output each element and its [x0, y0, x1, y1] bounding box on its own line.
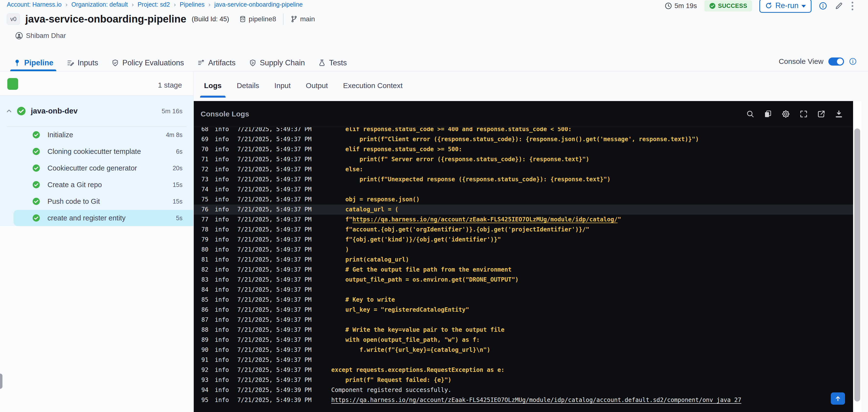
branch-meta[interactable]: main	[290, 15, 315, 23]
log-link[interactable]: https://qa.harness.io/ng/account/zEaak-F…	[352, 216, 618, 223]
avatar	[15, 32, 23, 40]
fullscreen-icon[interactable]	[799, 109, 808, 119]
log-level: info	[215, 285, 229, 295]
tab-execution-context[interactable]: Execution Context	[343, 82, 402, 98]
rerun-button[interactable]: Re-run	[760, 0, 811, 13]
scrollbar-thumb[interactable]	[854, 128, 860, 402]
console-view-toggle[interactable]	[828, 58, 844, 66]
log-line: 91info7/21/2025, 5:49:37 PM	[194, 355, 853, 365]
log-viewport[interactable]: 68info7/21/2025, 5:49:37 PM elif respons…	[194, 127, 853, 412]
tab-output[interactable]: Output	[306, 82, 328, 98]
log-line-number: 75	[194, 194, 209, 204]
shield-check-icon	[111, 59, 119, 67]
chevron-down-icon[interactable]	[802, 5, 806, 8]
log-level: info	[215, 335, 229, 345]
breadcrumb-pipelines[interactable]: Pipelines	[180, 1, 204, 8]
console-view-control: Console View	[779, 57, 857, 66]
log-timestamp: 7/21/2025, 5:49:37 PM	[237, 127, 314, 134]
step-row[interactable]: Initialize4m 8s	[0, 126, 193, 143]
tab-logs[interactable]: Logs	[204, 82, 222, 98]
log-line-number: 71	[194, 154, 209, 164]
console-logs-title: Console Logs	[200, 110, 249, 118]
step-duration: 20s	[173, 165, 183, 172]
step-row[interactable]: Create a Git repo15s	[0, 177, 193, 193]
search-icon[interactable]	[746, 109, 755, 119]
step-row[interactable]: Push code to Git15s	[0, 193, 193, 210]
log-line-number: 84	[194, 285, 209, 295]
log-line: 87info7/21/2025, 5:49:37 PM	[194, 315, 853, 325]
tab-pipeline[interactable]: Pipeline	[13, 54, 53, 71]
step-row[interactable]: create and register entity5s	[0, 210, 193, 226]
log-line: 75info7/21/2025, 5:49:37 PM obj = respon…	[194, 194, 853, 204]
panel-resize-handle[interactable]	[0, 374, 2, 389]
log-line-number: 74	[194, 185, 209, 194]
log-message: f"{obj.get('kind')}/{obj.get('identifier…	[331, 234, 501, 245]
version-badge[interactable]: v0	[7, 13, 20, 25]
scroll-to-top-button[interactable]	[831, 392, 845, 405]
divider	[283, 13, 283, 25]
log-message: elif response.status_code >= 400 and res…	[331, 127, 572, 134]
success-check-icon	[32, 131, 40, 139]
settings-gear-icon[interactable]	[781, 109, 790, 119]
breadcrumb-project[interactable]: Project: sd2	[137, 1, 170, 8]
repo-meta[interactable]: pipeline8	[239, 15, 276, 23]
log-timestamp: 7/21/2025, 5:49:37 PM	[237, 194, 314, 204]
step-row[interactable]: Cloning cookiecutter template6s	[0, 143, 193, 160]
log-link[interactable]: https://qa.harness.io/ng/account/zEaak-F…	[331, 397, 741, 404]
stage-status-square[interactable]	[7, 78, 18, 90]
tab-tests[interactable]: Tests	[318, 54, 347, 71]
log-timestamp: 7/21/2025, 5:49:37 PM	[237, 365, 314, 375]
log-line: 76info7/21/2025, 5:49:37 PM catalog_url …	[194, 204, 853, 215]
log-line-number: 85	[194, 295, 209, 305]
log-message: Component registered successfully.	[331, 385, 452, 395]
stage-count: 1 stage	[158, 81, 182, 89]
step-name: create and register entity	[48, 214, 125, 222]
log-level: info	[215, 325, 229, 335]
step-name: Push code to Git	[48, 197, 100, 205]
info-icon[interactable]	[819, 2, 827, 10]
breadcrumb-separator: ›	[209, 1, 210, 8]
log-message: except requests.exceptions.RequestExcept…	[331, 365, 504, 375]
tab-artifacts[interactable]: Artifacts	[197, 54, 236, 71]
log-line: 92info7/21/2025, 5:49:37 PMexcept reques…	[194, 365, 853, 375]
log-level: info	[215, 365, 229, 375]
execution-sidebar: 1 stage java-onb-dev 5m 16s Initialize4m…	[0, 72, 193, 412]
step-detail-panel: Logs Details Input Output Execution Cont…	[194, 72, 868, 412]
build-id: (Build Id: 45)	[192, 15, 229, 23]
copy-icon[interactable]	[764, 109, 772, 119]
log-level: info	[215, 204, 229, 215]
tab-details[interactable]: Details	[237, 82, 259, 98]
log-line: 70info7/21/2025, 5:49:37 PM elif respons…	[194, 144, 853, 154]
step-row[interactable]: Cookiecutter code generator20s	[0, 160, 193, 177]
tab-supply-chain[interactable]: Supply Chain	[249, 54, 305, 71]
open-in-new-icon[interactable]	[817, 109, 826, 119]
breadcrumb-account[interactable]: Account: Harness.io	[7, 1, 62, 8]
log-line: 74info7/21/2025, 5:49:37 PM	[194, 185, 853, 194]
log-message: print(f"Unexpected response ({response.s…	[331, 175, 611, 185]
tab-inputs[interactable]: Inputs	[66, 54, 98, 71]
log-message: print(f"Client error ({response.status_c…	[331, 134, 699, 144]
chevron-up-icon[interactable]	[5, 107, 13, 115]
log-line: 72info7/21/2025, 5:49:37 PM else:	[194, 164, 853, 175]
edit-pencil-icon[interactable]	[835, 1, 843, 10]
more-options-icon[interactable]	[850, 1, 854, 11]
stage-row-java-onb-dev[interactable]: java-onb-dev 5m 16s	[0, 96, 193, 126]
info-icon[interactable]	[849, 58, 857, 65]
log-level: info	[215, 255, 229, 265]
breadcrumb-organization[interactable]: Organization: default	[71, 1, 128, 8]
log-timestamp: 7/21/2025, 5:49:37 PM	[237, 305, 314, 315]
log-timestamp: 7/21/2025, 5:49:37 PM	[237, 204, 314, 215]
tab-policy-evaluations[interactable]: Policy Evaluations	[111, 54, 184, 71]
log-line-number: 69	[194, 134, 209, 144]
download-icon[interactable]	[835, 109, 843, 119]
tab-input[interactable]: Input	[274, 82, 291, 98]
log-level: info	[215, 375, 229, 385]
log-line: 68info7/21/2025, 5:49:37 PM elif respons…	[194, 127, 853, 134]
artifacts-icon	[197, 59, 205, 67]
stage-name: java-onb-dev	[31, 107, 78, 116]
success-check-icon	[32, 181, 40, 189]
log-line: 89info7/21/2025, 5:49:37 PM with open(ou…	[194, 335, 853, 345]
log-line-number: 86	[194, 305, 209, 315]
success-check-icon	[17, 106, 26, 116]
breadcrumb-current-pipeline[interactable]: java-service-onboarding-pipeline	[214, 1, 303, 8]
